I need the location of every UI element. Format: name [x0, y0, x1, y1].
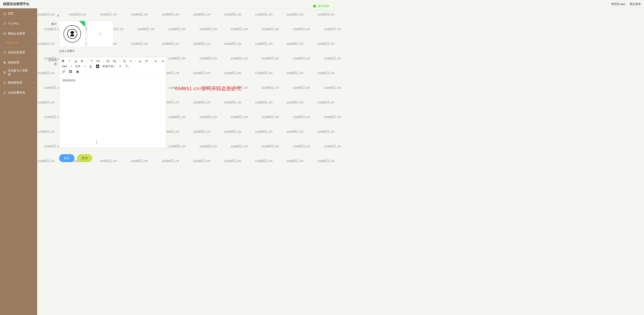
document-icon — [3, 71, 6, 74]
bag-icon — [3, 91, 6, 94]
font-size-select[interactable]: 14px▾ — [62, 65, 72, 68]
toast-text: 操作成功 — [318, 4, 329, 8]
sidebar-item-sponsor[interactable]: 赞助企业 — [0, 38, 37, 47]
globe-icon — [3, 61, 6, 64]
sidebar-item-budget[interactable]: 活动经费管理 ﹀ — [0, 87, 37, 98]
user-icon — [3, 22, 6, 25]
plus-icon: ＋ — [97, 30, 103, 38]
align-button[interactable]: ≡ — [118, 64, 122, 68]
user-info[interactable]: 管理员 abo — [611, 2, 625, 6]
sidebar-item-label: 活动参与人员管理 — [8, 69, 30, 76]
link-button[interactable]: 🔗 — [62, 69, 66, 73]
clear-format-button[interactable]: Tₓ — [125, 64, 129, 68]
font-family-select[interactable]: 标准字体▾ — [103, 64, 115, 68]
sidebar-item-news[interactable]: 新闻稿管理 ﹀ — [0, 77, 37, 87]
submit-button[interactable]: 提交 — [59, 154, 74, 162]
superscript-button[interactable]: x² — [145, 59, 148, 63]
sidebar-item-label: 首页 — [8, 11, 34, 15]
strike-button[interactable]: S — [80, 59, 84, 63]
success-toast: ✓ 操作成功 — [310, 2, 334, 10]
chevron-down-icon: ﹀ — [32, 81, 34, 84]
unordered-list-button[interactable]: ≡ — [129, 59, 132, 63]
sidebar-item-venue[interactable]: 场地管理 ﹀ — [0, 57, 37, 67]
sidebar-item-sponsor-mgmt[interactable]: 赞助企业管理 ﹀ — [0, 28, 37, 38]
check-corner-icon — [79, 21, 85, 27]
svg-rect-7 — [70, 32, 74, 32]
sidebar-item-label: 活动信息管理 — [8, 50, 30, 54]
chevron-down-icon: ﹀ — [32, 61, 34, 64]
lines-icon — [3, 81, 6, 84]
h1-button[interactable]: H₁ — [106, 59, 110, 63]
main-content: code51.cncode51.cncode51.cncode51.cncode… — [37, 8, 644, 315]
sidebar-item-label: 场地管理 — [8, 61, 30, 64]
rich-text-editor: B I U S ❝ </> H₁ H₂ — [59, 57, 166, 148]
uploaded-image-card[interactable] — [59, 21, 85, 47]
check-icon: ✓ — [313, 4, 316, 8]
counter-char: 人 — [57, 13, 644, 17]
chevron-down-icon: ﹀ — [32, 91, 34, 94]
sidebar-item-label: 个人中心 — [8, 22, 30, 25]
editor-content-text: 33333333 — [62, 79, 75, 82]
outdent-button[interactable]: ⇥ — [161, 59, 164, 63]
sidebar-item-label: 新闻稿管理 — [8, 81, 30, 85]
chevron-down-icon: ﹀ — [32, 22, 34, 25]
code-button[interactable]: </> — [96, 59, 100, 63]
label-image: 图片 — [46, 21, 59, 26]
image-button[interactable]: 🖼 — [68, 69, 72, 73]
label-info: 企业信息 — [46, 57, 59, 66]
cancel-button[interactable]: 取消 — [77, 154, 92, 162]
sidebar-item-label: 赞助企业 — [6, 41, 34, 45]
envelope-icon — [3, 32, 6, 35]
svg-rect-1 — [4, 32, 6, 34]
home-icon — [3, 12, 6, 15]
sidebar-item-label: 赞助企业管理 — [8, 32, 30, 36]
bg-color-button[interactable]: A — [96, 64, 100, 68]
editor-toolbar: B I U S ❝ </> H₁ H₂ — [59, 57, 166, 76]
clock-icon — [3, 51, 6, 54]
bold-button[interactable]: B — [62, 59, 65, 63]
video-button[interactable]: ▣ — [76, 69, 80, 73]
italic-button[interactable]: I — [68, 59, 71, 63]
text-caret-icon — [96, 141, 97, 144]
h2-button[interactable]: H₂ — [113, 59, 116, 63]
watermark-red: code51.cn-源码乐园盗图必究 — [175, 85, 242, 92]
editor-body[interactable]: 33333333 — [59, 76, 166, 148]
indent-button[interactable]: ⇤ — [154, 59, 158, 63]
chevron-down-icon: ﹀ — [32, 51, 34, 54]
logout-link[interactable]: 退出登录 — [630, 2, 641, 6]
subscript-button[interactable]: x₂ — [138, 59, 142, 63]
sidebar-item-label: 活动经费管理 — [8, 91, 30, 95]
ordered-list-button[interactable]: ☰ — [123, 59, 126, 63]
uploaded-image-thumb — [64, 25, 81, 43]
font-color-button[interactable]: A — [89, 64, 92, 68]
sidebar-item-participants[interactable]: 活动参与人员管理 ﹀ — [0, 67, 37, 77]
chevron-down-icon: ﹀ — [32, 71, 34, 74]
add-image-button[interactable]: ＋ — [87, 21, 114, 47]
sidebar-item-home[interactable]: 首页 — [0, 8, 37, 18]
sidebar-item-profile[interactable]: 个人中心 ﹀ — [0, 18, 37, 28]
block-type-select[interactable]: 文本▾ — [75, 64, 86, 68]
brand-title: 校园活动管理平台 — [3, 2, 29, 6]
sidebar-item-activity-info[interactable]: 活动信息管理 ﹀ — [0, 47, 37, 57]
chevron-down-icon: ﹀ — [32, 32, 34, 35]
svg-point-0 — [4, 22, 5, 24]
sidebar: 首页 个人中心 ﹀ 赞助企业管理 ﹀ 赞助企业 活动信息管理 ﹀ — [0, 8, 37, 315]
quote-button[interactable]: ❝ — [90, 59, 93, 63]
underline-button[interactable]: U — [74, 59, 77, 63]
upload-tip: 点击上传图片 — [59, 49, 635, 53]
